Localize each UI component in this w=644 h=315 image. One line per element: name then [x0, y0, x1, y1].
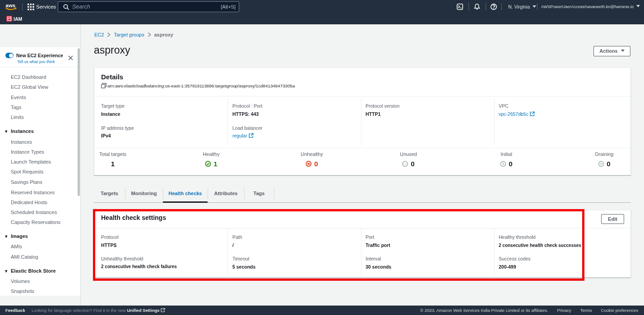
svg-text:aws: aws: [6, 3, 16, 8]
